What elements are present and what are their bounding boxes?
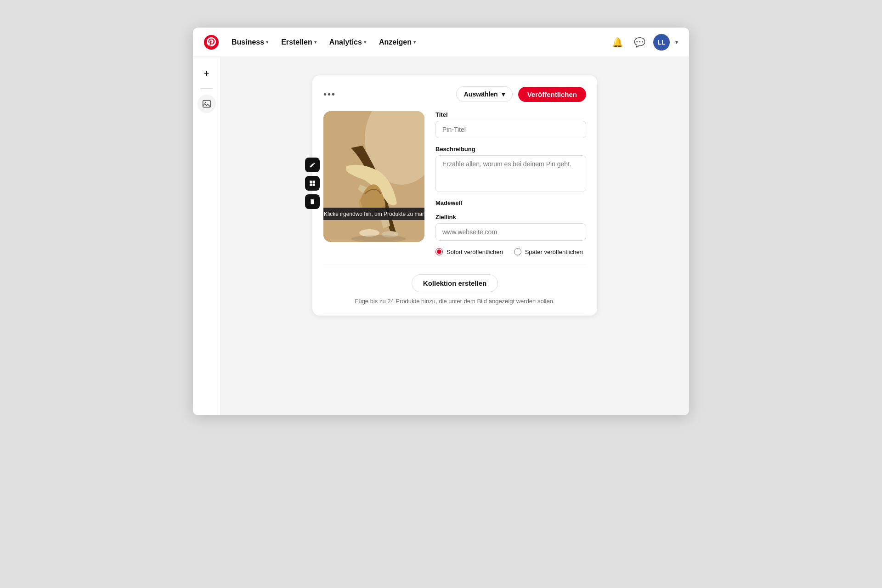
collection-btn-label: Kollektion erstellen (423, 279, 486, 287)
select-chevron-icon: ▾ (502, 90, 505, 98)
tag-tooltip: 🏷 Klicke irgendwo hin, um Produkte zu ma… (323, 208, 424, 220)
anzeigen-chevron: ▾ (413, 40, 416, 45)
browser-window: Business ▾ Erstellen ▾ Analytics ▾ Anzei… (193, 28, 689, 415)
link-input[interactable] (435, 223, 586, 241)
sidebar-divider (200, 88, 213, 89)
anzeigen-label: Anzeigen (379, 38, 412, 46)
erstellen-label: Erstellen (281, 38, 312, 46)
publish-later-option[interactable]: Später veröffentlichen (514, 248, 583, 255)
image-icon (202, 99, 211, 108)
edit-button[interactable] (305, 158, 320, 172)
dots-icon: ••• (323, 89, 336, 99)
nav-analytics[interactable]: Analytics ▾ (324, 34, 372, 50)
fashion-illustration (323, 111, 424, 242)
nav-links: Business ▾ Erstellen ▾ Analytics ▾ Anzei… (226, 34, 609, 50)
top-nav: Business ▾ Erstellen ▾ Analytics ▾ Anzei… (193, 28, 689, 57)
collection-button[interactable]: Kollektion erstellen (412, 274, 498, 292)
svg-rect-6 (313, 184, 315, 186)
more-options-button[interactable]: ••• (323, 89, 336, 100)
brand-name: Madewell (435, 199, 586, 206)
link-label: Ziellink (435, 214, 586, 220)
svg-rect-3 (310, 181, 312, 183)
nav-right: 🔔 💬 LL ▾ (609, 34, 678, 51)
nav-erstellen[interactable]: Erstellen ▾ (276, 34, 322, 50)
image-button[interactable] (198, 95, 216, 113)
image-section: 🏷 Klicke irgendwo hin, um Produkte zu ma… (323, 111, 424, 255)
publish-label: Veröffentlichen (527, 90, 577, 98)
form-section: Titel Beschreibung Madewell (435, 111, 586, 255)
plus-icon: + (204, 68, 209, 79)
link-group: Ziellink (435, 214, 586, 241)
nav-anzeigen[interactable]: Anzeigen ▾ (373, 34, 421, 50)
pin-editor-card: ••• Auswählen ▾ Veröffentlichen (312, 75, 597, 316)
svg-point-2 (204, 102, 206, 103)
trash-icon (309, 198, 316, 205)
title-label: Titel (435, 111, 586, 118)
avatar[interactable]: LL (653, 34, 670, 51)
publish-later-radio[interactable] (514, 248, 521, 255)
publish-now-option[interactable]: Sofort veröffentlichen (435, 248, 503, 255)
svg-rect-5 (310, 184, 312, 186)
analytics-label: Analytics (329, 38, 362, 46)
description-group: Beschreibung (435, 146, 586, 192)
business-chevron: ▾ (266, 40, 268, 45)
card-body: 🏷 Klicke irgendwo hin, um Produkte zu ma… (323, 111, 586, 255)
image-placeholder: 🏷 Klicke irgendwo hin, um Produkte zu ma… (323, 111, 424, 242)
svg-point-0 (204, 35, 219, 50)
card-header: ••• Auswählen ▾ Veröffentlichen (323, 86, 586, 102)
grid-icon (309, 180, 316, 187)
analytics-chevron: ▾ (364, 40, 366, 45)
publish-radio-group: Sofort veröffentlichen Später veröffentl… (435, 248, 586, 255)
pencil-icon (309, 162, 316, 168)
nav-business[interactable]: Business ▾ (226, 34, 274, 50)
tag-tooltip-text: Klicke irgendwo hin, um Produkte zu mark… (324, 211, 424, 217)
avatar-initials: LL (657, 39, 665, 46)
left-sidebar: + (193, 57, 220, 415)
publish-button[interactable]: Veröffentlichen (518, 87, 586, 102)
title-group: Titel (435, 111, 586, 138)
pin-image: 🏷 Klicke irgendwo hin, um Produkte zu ma… (323, 111, 424, 242)
description-label: Beschreibung (435, 146, 586, 153)
publish-now-label: Sofort veröffentlichen (447, 249, 503, 255)
avatar-chevron-icon[interactable]: ▾ (675, 39, 678, 45)
chat-icon: 💬 (634, 37, 645, 48)
add-button[interactable]: + (198, 64, 216, 83)
delete-button[interactable] (305, 194, 320, 209)
card-header-right: Auswählen ▾ Veröffentlichen (456, 86, 586, 102)
messages-button[interactable]: 💬 (631, 34, 648, 51)
collection-hint: Füge bis zu 24 Produkte hinzu, die unter… (355, 298, 554, 305)
bell-icon: 🔔 (612, 37, 623, 48)
pinterest-logo (204, 35, 219, 50)
content-area: ••• Auswählen ▾ Veröffentlichen (220, 57, 689, 415)
erstellen-chevron: ▾ (314, 40, 317, 45)
board-select[interactable]: Auswählen ▾ (456, 86, 513, 102)
select-placeholder: Auswählen (464, 90, 498, 98)
title-input[interactable] (435, 121, 586, 138)
image-toolbar (305, 158, 320, 209)
main-area: + ••• (193, 57, 689, 415)
publish-now-radio[interactable] (435, 248, 443, 255)
brand-group: Madewell (435, 199, 586, 206)
business-label: Business (232, 38, 264, 46)
notification-button[interactable]: 🔔 (609, 34, 626, 51)
collection-section: Kollektion erstellen Füge bis zu 24 Prod… (323, 265, 586, 305)
svg-rect-4 (313, 181, 315, 183)
description-input[interactable] (435, 155, 586, 192)
publish-later-label: Später veröffentlichen (525, 249, 583, 255)
grid-button[interactable] (305, 176, 320, 191)
